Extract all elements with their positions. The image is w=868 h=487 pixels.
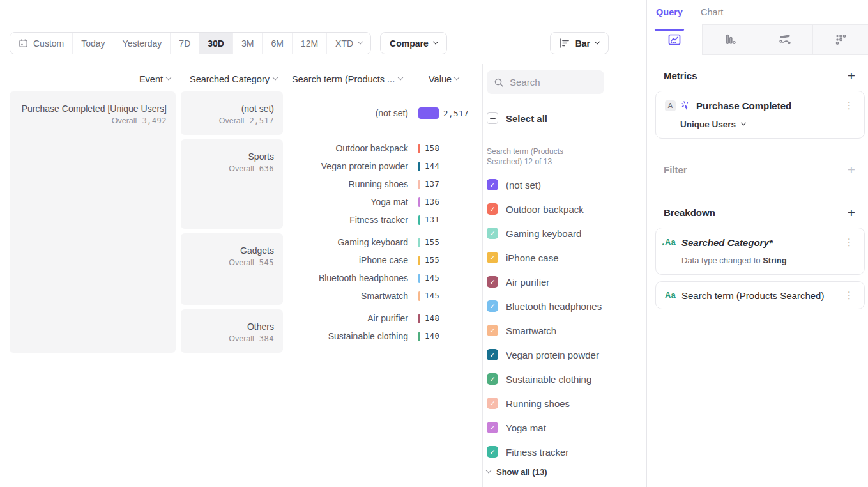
checkbox-checked[interactable]: ✓ [487, 203, 498, 215]
value-bar[interactable] [418, 180, 420, 189]
legend-item[interactable]: ✓ Running shoes [487, 391, 604, 415]
value-bar[interactable] [418, 197, 420, 207]
breakdown-card-term[interactable]: Aa Search term (Products Searched) ⋮ [655, 281, 865, 309]
metric-card[interactable]: A Purchase Completed ⋮ Unique Users [655, 91, 865, 139]
tab-chart[interactable]: Chart [701, 6, 723, 24]
category-card[interactable]: Others Overall 384 [181, 309, 283, 353]
checkbox-checked[interactable]: ✓ [487, 252, 498, 263]
term-value: 136 [425, 197, 439, 206]
tab-funnels[interactable] [702, 24, 758, 54]
range-today-button[interactable]: Today [72, 33, 113, 54]
value-bar[interactable] [418, 107, 439, 119]
range-xtd-button[interactable]: XTD [326, 33, 370, 54]
legend-item[interactable]: ✓ Fitness tracker [487, 440, 604, 464]
value-bar[interactable] [418, 162, 420, 171]
checkbox-checked[interactable]: ✓ [487, 373, 498, 385]
filter-header: Filter + [664, 163, 855, 176]
indeterminate-checkbox[interactable] [487, 112, 498, 124]
legend-item[interactable]: ✓ Yoga mat [487, 415, 604, 440]
analytics-app: Custom Today Yesterday 7D 30D 3M 6M 12M … [0, 0, 868, 487]
tab-query[interactable]: Query [656, 6, 683, 24]
category-card[interactable]: Sports Overall 636 [181, 139, 283, 229]
note-text: Data type changed to [681, 256, 763, 265]
range-6m-button[interactable]: 6M [262, 33, 291, 54]
date-toolbar: Custom Today Yesterday 7D 30D 3M 6M 12M … [10, 32, 447, 54]
chevron-down-icon [273, 75, 278, 80]
chart-type-dropdown[interactable]: Bar [550, 32, 609, 54]
value-column-header[interactable]: Value [429, 67, 459, 91]
measure-selector[interactable]: Unique Users [680, 120, 857, 129]
insights-line-chart-icon [667, 32, 682, 47]
select-all-row[interactable]: Select all [487, 112, 604, 124]
checkbox-checked[interactable]: ✓ [487, 325, 498, 336]
checkbox-checked[interactable]: ✓ [487, 228, 498, 239]
checkbox-checked[interactable]: ✓ [487, 398, 498, 409]
event-card[interactable]: Purchase Completed [Unique Users] Overal… [10, 91, 176, 353]
category-label: Others [247, 321, 274, 333]
value-bar[interactable] [418, 332, 420, 341]
category-label: Gadgets [240, 245, 274, 257]
add-breakdown-button[interactable]: + [848, 206, 855, 219]
legend-item[interactable]: ✓ Smartwatch [487, 318, 604, 343]
checkbox-checked[interactable]: ✓ [487, 276, 498, 288]
event-column-header[interactable]: Event [10, 67, 176, 91]
legend-item-label: Sustainable clothing [506, 374, 591, 385]
show-all-link[interactable]: Show all (13) [487, 467, 604, 477]
legend-item[interactable]: ✓ Bluetooth headphones [487, 294, 604, 318]
range-30d-button[interactable]: 30D [199, 33, 232, 54]
term-row: Sustainable clothing 140 [288, 327, 480, 345]
legend-item[interactable]: ✓ Outdoor backpack [487, 197, 604, 221]
calendar-icon [19, 38, 28, 48]
legend-search[interactable] [487, 70, 604, 94]
breakdown-title: Search term (Products Searched) [681, 290, 824, 301]
kebab-menu-icon[interactable]: ⋮ [842, 236, 857, 248]
value-bar[interactable] [418, 291, 420, 301]
value-bar[interactable] [418, 144, 420, 153]
check-icon: ✓ [489, 254, 495, 261]
value-bar[interactable] [418, 314, 420, 323]
kebab-menu-icon[interactable]: ⋮ [842, 100, 857, 111]
overall-value: 384 [259, 334, 274, 343]
value-bar[interactable] [418, 256, 420, 265]
category-card[interactable]: (not set) Overall 2,517 [181, 91, 283, 135]
kebab-menu-icon[interactable]: ⋮ [842, 290, 857, 301]
checkbox-checked[interactable]: ✓ [487, 446, 498, 458]
term-label: Vegan protein powder [288, 161, 408, 171]
add-filter-button[interactable]: + [848, 163, 855, 176]
metrics-heading: Metrics [664, 70, 697, 81]
checkbox-checked[interactable]: ✓ [487, 300, 498, 312]
compare-button[interactable]: Compare [380, 32, 447, 54]
category-column-header[interactable]: Searched Category [181, 67, 283, 91]
legend-item[interactable]: ✓ (not set) [487, 173, 604, 197]
category-card[interactable]: Gadgets Overall 545 [181, 233, 283, 305]
range-12m-button[interactable]: 12M [292, 33, 326, 54]
term-label: Smartwatch [288, 291, 408, 301]
checkbox-checked[interactable]: ✓ [487, 422, 498, 433]
tab-flows[interactable] [758, 24, 813, 54]
add-metric-button[interactable]: + [848, 69, 855, 82]
value-bar[interactable] [418, 215, 420, 225]
legend-item[interactable]: ✓ Sustainable clothing [487, 367, 604, 391]
range-7d-button[interactable]: 7D [170, 33, 199, 54]
value-bar[interactable] [418, 238, 420, 247]
checkbox-checked[interactable]: ✓ [487, 179, 498, 190]
legend-item[interactable]: ✓ Air purifier [487, 270, 604, 294]
search-input[interactable] [510, 77, 593, 88]
breakdown-card-category[interactable]: Aa* Searched Category* ⋮ Data type chang… [655, 228, 865, 275]
tab-retention[interactable] [812, 24, 868, 54]
breakdown-title: Searched Category* [681, 237, 773, 248]
range-3m-button[interactable]: 3M [232, 33, 262, 54]
legend-item[interactable]: ✓ Gaming keyboard [487, 221, 604, 245]
legend-item[interactable]: ✓ iPhone case [487, 245, 604, 270]
range-custom-button[interactable]: Custom [10, 33, 72, 54]
breakdown-card-row: Aa* Searched Category* ⋮ [665, 236, 857, 248]
range-yesterday-button[interactable]: Yesterday [114, 33, 171, 54]
check-icon: ✓ [489, 230, 495, 237]
range-label: 30D [208, 38, 224, 49]
legend-item[interactable]: ✓ Vegan protein powder [487, 343, 604, 367]
checkbox-checked[interactable]: ✓ [487, 349, 498, 360]
query-sidebar: Query Chart Metrics + A Pur [646, 0, 868, 487]
sidebar-tabs: Query Chart [647, 0, 868, 24]
value-bar[interactable] [418, 274, 420, 283]
check-icon: ✓ [489, 400, 495, 407]
